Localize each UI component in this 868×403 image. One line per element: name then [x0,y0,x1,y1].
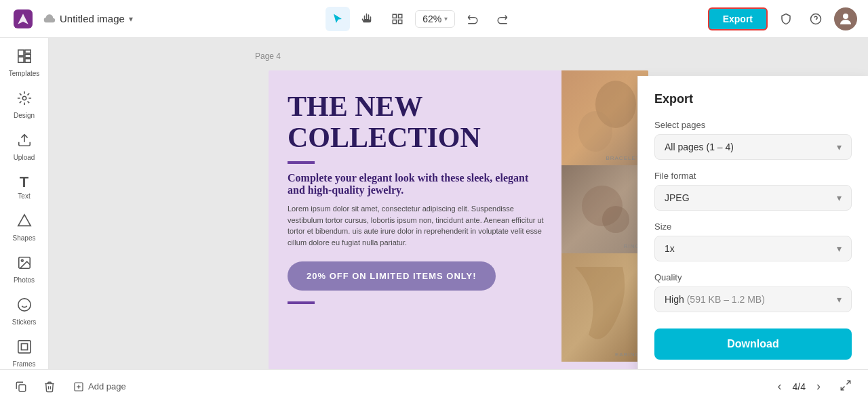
canvas-area[interactable]: Page 4 THE NEW COLLECTION Complete your … [49,38,868,369]
size-value: 1x [665,243,675,254]
export-panel-title: Export [654,92,852,106]
svg-point-16 [21,259,23,261]
grid-tool-button[interactable] [385,7,410,31]
photos-icon [17,255,32,274]
canvas-accent-bar [288,161,315,164]
templates-icon [17,49,32,67]
file-format-field: File format JPEG ▾ [654,171,852,211]
cloud-icon [43,13,56,25]
file-format-chevron-icon: ▾ [837,192,842,203]
sidebar-item-photos[interactable]: Photos [3,250,46,289]
svg-point-6 [843,14,848,19]
canvas-title-line2: COLLECTION [288,122,481,153]
svg-rect-21 [21,343,27,349]
undo-button[interactable] [460,7,485,31]
sidebar-item-design[interactable]: Design [3,85,46,125]
select-pages-dropdown[interactable]: All pages (1 – 4) ▾ [654,134,852,160]
sidebar-item-text[interactable]: T Text [3,169,46,205]
download-button[interactable]: Download [654,328,852,360]
expand-button[interactable] [834,377,857,397]
svg-point-12 [22,96,26,100]
svg-rect-11 [24,59,30,63]
svg-rect-3 [393,20,397,23]
canvas-image-rings: RINGS [561,165,648,253]
page-navigation: ‹ 4/4 › [772,377,826,396]
file-format-dropdown[interactable]: JPEG ▾ [654,185,852,211]
text-icon: T [20,175,28,190]
svg-marker-14 [18,215,30,226]
select-pages-chevron-icon: ▾ [837,142,842,152]
sidebar-item-upload[interactable]: Upload [3,127,46,167]
svg-line-36 [847,381,850,384]
help-icon-button[interactable] [804,7,827,30]
next-page-button[interactable]: › [811,377,826,396]
canvas-wrapper: THE NEW COLLECTION Complete your elegant… [269,70,648,369]
design-label: Design [14,112,35,119]
frames-label: Frames [13,360,36,368]
svg-point-17 [18,299,30,311]
canvas-image-earings: EARINGS [561,253,648,362]
delete-page-button[interactable] [39,377,60,397]
svg-rect-1 [393,14,397,18]
svg-rect-32 [19,385,26,391]
canvas-subtitle: Complete your elegant look with these sl… [288,172,545,196]
quality-detail: (591 KB – 1.2 MB) [687,294,765,305]
quality-label: Quality [654,272,852,282]
select-tool-button[interactable] [326,7,350,31]
size-label: Size [654,221,852,232]
canvas-body-text: Lorem ipsum dolor sit amet, consectetur … [288,203,545,248]
document-title[interactable]: Untitled image ▾ [43,13,133,25]
zoom-value: 62% [422,14,441,24]
size-chevron-icon: ▾ [837,243,842,254]
sidebar-item-stickers[interactable]: Stickers [3,292,46,331]
bottom-bar: Add page ‹ 4/4 › [0,369,868,403]
svg-rect-10 [18,57,23,62]
sidebar-item-frames[interactable]: Frames [3,334,46,369]
sidebar-item-shapes[interactable]: Shapes [3,208,46,247]
quality-value: High [665,294,684,305]
zoom-control[interactable]: 62% ▾ [415,10,455,28]
stickers-label: Stickers [12,318,37,326]
title-chevron-icon: ▾ [129,14,133,24]
select-pages-field: Select pages All pages (1 – 4) ▾ [654,120,852,160]
redo-button[interactable] [490,7,515,31]
logo-button[interactable] [11,7,35,31]
page-label: Page 4 [255,51,281,61]
select-pages-value: All pages (1 – 4) [665,142,734,152]
canvas-cta-button: 20% OFF ON LIMITED ITEMS ONLY! [288,261,496,291]
hand-tool-button[interactable] [355,7,380,31]
upload-label: Upload [14,154,35,161]
canvas-image-bracelets: BRACELETS [561,70,648,165]
svg-line-37 [841,386,844,389]
canvas-images: BRACELETS RINGS [561,70,648,362]
file-format-label: File format [654,171,852,181]
svg-rect-20 [18,341,30,353]
file-format-value: JPEG [665,192,690,203]
svg-rect-4 [399,20,402,23]
svg-rect-9 [24,54,30,58]
add-page-button[interactable]: Add page [68,377,132,396]
topbar: Untitled image ▾ 62% ▾ Export [0,0,868,38]
quality-chevron-icon: ▾ [837,294,842,305]
size-dropdown[interactable]: 1x ▾ [654,236,852,261]
toolbar-center: 62% ▾ [141,7,700,31]
quality-field: Quality High (591 KB – 1.2 MB) ▾ [654,272,852,312]
prev-page-button[interactable]: ‹ [772,377,787,396]
svg-rect-2 [399,14,402,18]
quality-dropdown[interactable]: High (591 KB – 1.2 MB) ▾ [654,287,852,312]
duplicate-page-button[interactable] [11,377,31,397]
quality-value-combined: High (591 KB – 1.2 MB) [665,294,765,305]
svg-rect-7 [18,50,23,56]
stickers-icon [17,297,32,316]
shield-icon-button[interactable] [774,7,797,30]
zoom-chevron-icon: ▾ [444,15,448,22]
text-label: Text [18,192,30,200]
main-area: Templates Design Upload T Text Shapes [0,38,868,369]
svg-point-27 [578,111,612,152]
upload-icon [17,133,32,151]
avatar[interactable] [834,7,857,30]
select-pages-label: Select pages [654,120,852,130]
export-button[interactable]: Export [708,7,768,30]
templates-label: Templates [9,70,40,77]
sidebar-item-templates[interactable]: Templates [3,43,46,83]
